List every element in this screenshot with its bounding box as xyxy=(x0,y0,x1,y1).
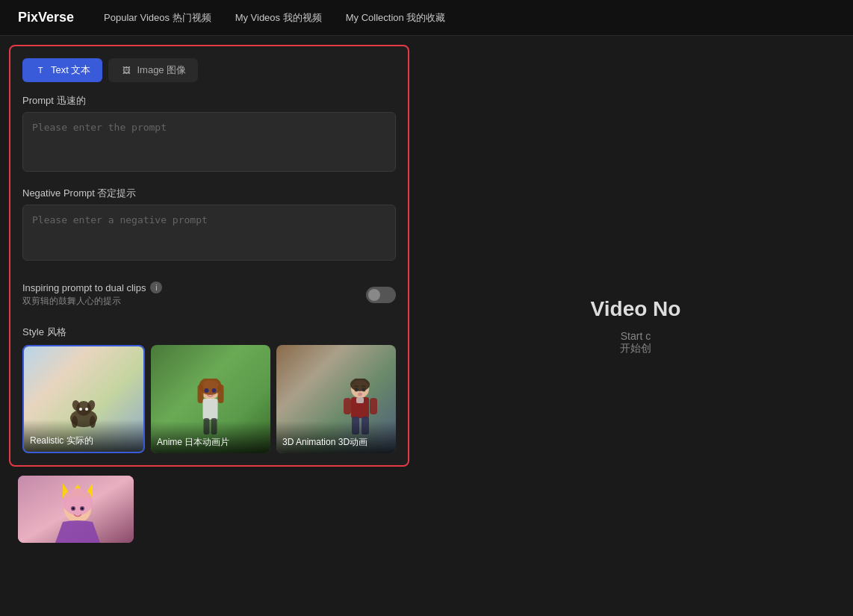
negative-prompt-section: Negative Prompt 否定提示 xyxy=(22,187,396,264)
video-subtitle-en: Start c xyxy=(591,330,681,342)
realistic-label: Realistic 实际的 xyxy=(24,420,143,452)
dual-clips-toggle[interactable] xyxy=(366,287,396,303)
nav-links: Popular Videos 热门视频 My Videos 我的视频 My Co… xyxy=(104,10,445,25)
negative-prompt-label: Negative Prompt 否定提示 xyxy=(22,187,396,200)
svg-point-25 xyxy=(355,388,359,392)
negative-prompt-input[interactable] xyxy=(22,205,396,261)
princess-thumbnail[interactable] xyxy=(18,476,134,543)
style-card-anime[interactable]: Anime 日本动画片 xyxy=(151,345,270,453)
dual-clips-label-group: Inspiring prompt to dual clips i 双剪辑的鼓舞人… xyxy=(22,281,162,308)
nav-popular-videos[interactable]: Popular Videos 热门视频 xyxy=(104,12,211,23)
info-icon[interactable]: i xyxy=(150,281,162,293)
svg-rect-12 xyxy=(203,399,218,420)
toggle-slider xyxy=(366,287,396,303)
svg-point-7 xyxy=(85,408,88,411)
dual-clips-label-zh: 双剪辑的鼓舞人心的提示 xyxy=(22,295,162,308)
mode-tabs: T Text 文本 🖼 Image 图像 xyxy=(22,58,396,82)
left-panel: T Text 文本 🖼 Image 图像 Prompt 迅速的 Negative… xyxy=(0,36,418,616)
svg-point-15 xyxy=(205,388,209,393)
prompt-section: Prompt 迅速的 xyxy=(22,94,396,175)
anime-label: Anime 日本动画片 xyxy=(151,421,270,453)
svg-point-16 xyxy=(212,388,217,393)
nav-my-videos[interactable]: My Videos 我的视频 xyxy=(235,12,322,23)
below-panel xyxy=(9,467,409,543)
style-card-3d-animation[interactable]: 3D Animation 3D动画 xyxy=(276,345,396,453)
svg-rect-21 xyxy=(344,398,351,414)
image-tab-icon: 🖼 xyxy=(120,64,132,76)
tab-image[interactable]: 🖼 Image 图像 xyxy=(108,58,198,82)
svg-point-27 xyxy=(358,393,362,396)
dual-clips-label-en: Inspiring prompt to dual clips i xyxy=(22,281,162,293)
dual-clips-row: Inspiring prompt to dual clips i 双剪辑的鼓舞人… xyxy=(22,276,396,314)
svg-rect-20 xyxy=(356,397,364,403)
svg-rect-10 xyxy=(198,385,204,403)
navbar: PixVerse Popular Videos 热门视频 My Videos 我… xyxy=(0,0,853,36)
princess-illustration xyxy=(18,476,134,543)
main-layout: T Text 文本 🖼 Image 图像 Prompt 迅速的 Negative… xyxy=(0,36,853,616)
tab-image-label: Image 图像 xyxy=(137,63,186,77)
tab-text-label: Text 文本 xyxy=(51,63,90,77)
svg-rect-11 xyxy=(218,385,224,403)
tab-text[interactable]: T Text 文本 xyxy=(22,58,102,82)
prompt-label: Prompt 迅速的 xyxy=(22,94,396,108)
svg-point-35 xyxy=(81,508,84,510)
style-card-realistic[interactable]: Realistic 实际的 xyxy=(22,345,145,453)
style-grid: Realistic 实际的 xyxy=(22,345,396,453)
svg-point-26 xyxy=(362,388,366,392)
video-not-ready: Video No Start c 开始创 xyxy=(591,297,681,355)
svg-rect-22 xyxy=(370,398,377,414)
style-label: Style 风格 xyxy=(22,326,396,339)
right-panel: Video No Start c 开始创 xyxy=(418,36,853,616)
creation-panel: T Text 文本 🖼 Image 图像 Prompt 迅速的 Negative… xyxy=(9,45,409,467)
nav-my-collection[interactable]: My Collection 我的收藏 xyxy=(346,12,446,23)
video-subtitle-zh: 开始创 xyxy=(591,342,681,355)
svg-point-31 xyxy=(63,488,93,515)
text-tab-icon: T xyxy=(34,64,46,76)
style-section: Style 风格 xyxy=(22,326,396,453)
animation3d-label: 3D Animation 3D动画 xyxy=(276,421,396,453)
brand-logo: PixVerse xyxy=(18,10,74,25)
svg-point-6 xyxy=(79,408,82,411)
svg-point-34 xyxy=(72,508,75,510)
prompt-input[interactable] xyxy=(22,112,396,172)
video-not-ready-title: Video No xyxy=(591,297,681,321)
